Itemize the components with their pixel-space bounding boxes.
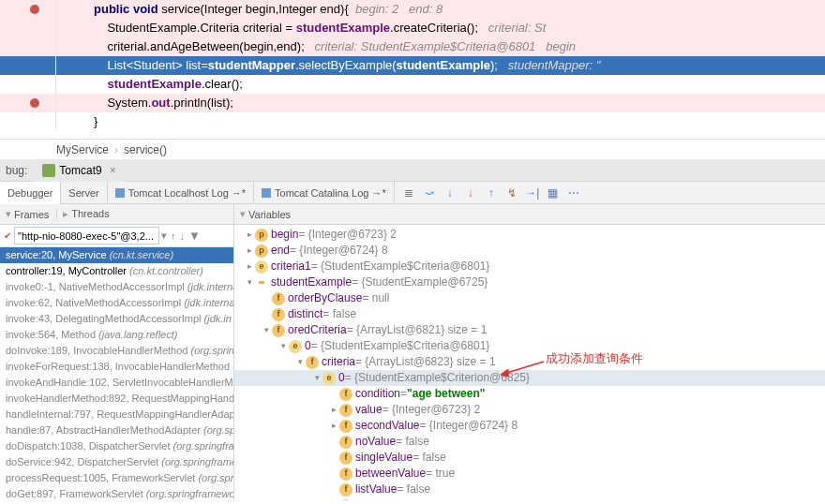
step-into-icon[interactable]: ↓ — [443, 186, 457, 200]
var-value: = {Integer@6724} 8 — [420, 418, 518, 434]
tab-debugger[interactable]: Debugger — [0, 182, 61, 204]
var-value: = {Integer@6723} 2 — [382, 402, 481, 418]
variable-row[interactable]: ▸pend = {Integer@6724} 8 — [234, 243, 825, 259]
breadcrumb-class[interactable]: MyService — [56, 143, 109, 156]
frame-item[interactable]: doGet:897, FrameworkServlet (org.springf… — [0, 486, 233, 500]
var-kind-icon: e — [322, 372, 336, 385]
next-frame-icon[interactable]: ↓ — [180, 230, 186, 242]
run-config-tab[interactable]: Tomcat9 × — [33, 159, 125, 182]
expand-toggle[interactable]: ▸ — [328, 418, 339, 434]
var-value: = false — [396, 434, 429, 450]
collapse-icon[interactable]: ▸ — [63, 208, 68, 219]
thread-input[interactable] — [14, 227, 159, 245]
collapse-icon[interactable]: ▾ — [240, 208, 246, 220]
frame-item[interactable]: invokeAndHandle:102, ServletInvocableHan… — [0, 375, 233, 391]
var-value: = true — [426, 466, 455, 482]
force-step-into-icon[interactable]: ↓ — [464, 186, 477, 200]
debug-pane: ▾ Frames ▸Threads ✔ ▾ ↑ ↓ ▼ service:20, … — [0, 204, 825, 500]
variable-row[interactable]: fnoValue = false — [234, 434, 825, 450]
frame-item[interactable]: service:20, MyService (cn.kt.service) — [0, 247, 233, 263]
variable-row[interactable]: fsingleValue = false — [234, 450, 825, 466]
variable-row[interactable]: ftypeHandler = null — [234, 497, 825, 500]
frames-header: ▾ Frames ▸Threads — [0, 204, 233, 225]
frame-item[interactable]: invoke:564, Method (java.lang.reflect) — [0, 327, 233, 343]
var-name: condition — [355, 386, 400, 402]
variable-row[interactable]: fcondition = "age between" — [234, 386, 825, 402]
frame-item[interactable]: invoke0:-1, NativeMethodAccessorImpl (jd… — [0, 279, 233, 295]
frame-item[interactable]: doDispatch:1038, DispatcherServlet (org.… — [0, 438, 233, 454]
show-exec-point-icon[interactable]: ≣ — [402, 186, 415, 200]
code-text: .println(list); — [171, 96, 233, 110]
threads-title[interactable]: Threads — [71, 208, 109, 219]
expand-toggle[interactable]: ▸ — [328, 402, 339, 418]
var-value: = null — [416, 497, 443, 500]
tab-catalina-log[interactable]: Tomcat Catalina Log →* — [254, 182, 395, 204]
filter-icon[interactable]: ▼ — [188, 229, 201, 243]
variable-row[interactable]: ▸pbegin = {Integer@6723} 2 — [234, 227, 825, 243]
variable-row[interactable]: ▸fsecondValue = {Integer@6724} 8 — [234, 418, 825, 434]
variables-panel: ▾ Variables ▸pbegin = {Integer@6723} 2▸p… — [234, 204, 825, 500]
prev-frame-icon[interactable]: ↑ — [171, 230, 176, 242]
expand-toggle[interactable]: ▸ — [244, 243, 255, 259]
frame-item[interactable]: controller:19, MyController (cn.kt.contr… — [0, 263, 233, 279]
check-icon: ✔ — [4, 230, 11, 241]
variable-row[interactable]: forderByClause = null — [234, 290, 825, 306]
tab-localhost-log[interactable]: Tomcat Localhost Log →* — [108, 182, 254, 204]
debug-label: bug: — [0, 164, 33, 177]
frame-item[interactable]: invokeForRequest:138, InvocableHandlerMe… — [0, 359, 233, 375]
var-name: criteria — [322, 354, 355, 370]
code-editor[interactable]: public void service(Integer begin,Intege… — [0, 0, 825, 139]
breakpoint-icon[interactable] — [30, 5, 39, 14]
var-value: = {StudentExample$Criteria@6801} — [311, 259, 490, 274]
expand-toggle[interactable]: ▾ — [294, 354, 306, 370]
close-icon[interactable]: × — [110, 164, 116, 177]
frame-item[interactable]: invoke:43, DelegatingMethodAccessorImpl … — [0, 311, 233, 327]
variable-row[interactable]: ▾e0 = {StudentExample$Criteria@6801} — [234, 338, 825, 354]
trace-icon[interactable]: ⋯ — [567, 186, 580, 200]
expand-toggle[interactable]: ▾ — [244, 274, 255, 290]
expand-toggle[interactable]: ▾ — [311, 370, 322, 386]
variable-row[interactable]: fbetweenValue = true — [234, 466, 825, 482]
collapse-icon[interactable]: ▾ — [6, 208, 11, 220]
step-over-icon[interactable]: ⤻ — [423, 186, 436, 200]
tab-server[interactable]: Server — [61, 182, 107, 204]
evaluate-icon[interactable]: ▦ — [547, 186, 560, 200]
var-name: studentExample — [271, 274, 352, 290]
dropdown-icon[interactable]: ▾ — [161, 230, 167, 242]
expand-toggle[interactable]: ▸ — [244, 227, 255, 243]
expand-toggle[interactable]: ▾ — [278, 338, 289, 354]
breadcrumb[interactable]: MyService›service() — [0, 139, 825, 159]
frame-item[interactable]: handle:87, AbstractHandlerMethodAdapter … — [0, 422, 233, 438]
breadcrumb-method[interactable]: service() — [124, 143, 167, 156]
kw-void: void — [133, 2, 158, 16]
breakpoint-icon[interactable] — [30, 98, 39, 108]
drop-frame-icon[interactable]: ↯ — [505, 186, 518, 200]
frame-list[interactable]: service:20, MyService (cn.kt.service)con… — [0, 247, 233, 500]
frame-item[interactable]: invokeHandlerMethod:892, RequestMappingH… — [0, 391, 233, 407]
tab-label: Tomcat Localhost Log →* — [128, 187, 246, 199]
frame-item[interactable]: invoke:62, NativeMethodAccessorImpl (jdk… — [0, 295, 233, 311]
step-out-icon[interactable]: ↑ — [485, 186, 498, 200]
frame-item[interactable]: doService:942, DispatcherServlet (org.sp… — [0, 454, 233, 470]
var-name: betweenValue — [355, 466, 426, 482]
frame-item[interactable]: doInvoke:189, InvocableHandlerMethod (or… — [0, 343, 233, 359]
variable-row[interactable]: ▸ecriteria1 = {StudentExample$Criteria@6… — [234, 259, 825, 274]
expand-toggle[interactable]: ▾ — [261, 322, 272, 338]
field-ref: studentMapper — [208, 58, 295, 72]
code-text: .clear(); — [202, 77, 243, 91]
variable-row[interactable]: fdistinct = false — [234, 306, 825, 322]
frame-item[interactable]: processRequest:1005, FrameworkServlet (o… — [0, 470, 233, 486]
code-text: .createCriteria(); — [390, 21, 478, 35]
var-value: = {Integer@6724} 8 — [290, 243, 388, 259]
expand-toggle[interactable]: ▸ — [244, 259, 255, 274]
frames-title: Frames — [14, 209, 49, 220]
debug-toolbar: Debugger Server Tomcat Localhost Log →* … — [0, 182, 825, 204]
variable-row[interactable]: flistValue = false — [234, 482, 825, 497]
variable-row[interactable]: ▾∞studentExample = {StudentExample@6725} — [234, 274, 825, 290]
frame-item[interactable]: handleInternal:797, RequestMappingHandle… — [0, 407, 233, 422]
run-to-cursor-icon[interactable]: →| — [526, 186, 539, 200]
variable-row[interactable]: ▾foredCriteria = {ArrayList@6821} size =… — [234, 322, 825, 338]
variable-row[interactable]: ▸fvalue = {Integer@6723} 2 — [234, 402, 825, 418]
var-name: oredCriteria — [288, 322, 347, 338]
var-kind-icon: f — [272, 308, 285, 321]
